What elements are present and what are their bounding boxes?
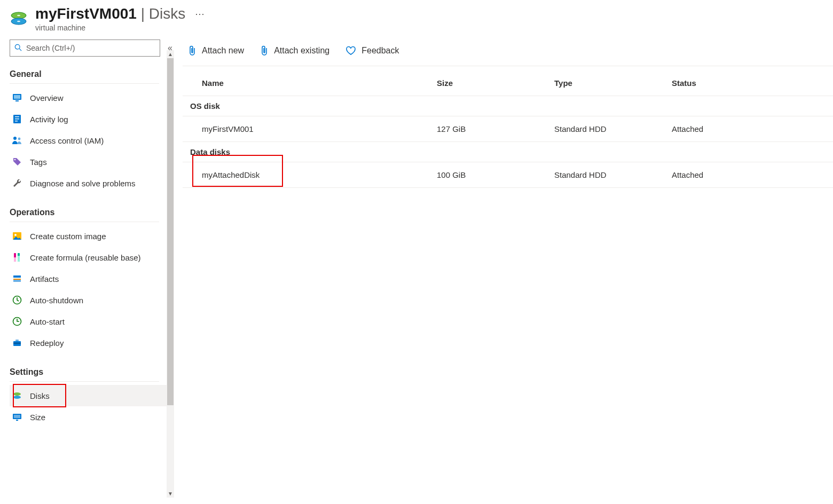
sidebar-item-tags[interactable]: Tags [10, 151, 167, 172]
svg-point-4 [17, 21, 20, 22]
col-status[interactable]: Status [672, 78, 833, 88]
search-input[interactable] [26, 44, 155, 52]
sidebar-item-auto-shutdown[interactable]: Auto-shutdown [10, 289, 167, 311]
cell-type: Standard HDD [554, 170, 672, 179]
search-icon [14, 44, 22, 53]
svg-point-17 [14, 159, 16, 161]
sidebar-item-disks[interactable]: Disks [10, 385, 167, 406]
clock-outline-icon [12, 317, 22, 326]
resource-name: myFirstVM001 [35, 5, 137, 22]
people-icon [12, 136, 22, 145]
cell-name: myAttachedDisk [202, 170, 437, 179]
cell-name: myFirstVM001 [202, 124, 437, 133]
table-group-data-disks: Data disks [183, 142, 833, 162]
svg-point-15 [13, 137, 17, 140]
log-icon [12, 114, 22, 124]
resource-type-label: virtual machine [35, 23, 207, 32]
sidebar-item-label: Auto-shutdown [30, 296, 83, 305]
svg-rect-30 [15, 340, 19, 341]
more-actions-button[interactable]: ⋯ [193, 8, 207, 20]
scrollbar-thumb[interactable] [167, 58, 174, 405]
sidebar-item-redeploy[interactable]: Redeploy [10, 332, 167, 353]
sidebar-item-label: Artifacts [30, 274, 59, 284]
scroll-down-icon[interactable]: ▼ [168, 490, 173, 498]
disk-stack-icon [12, 391, 22, 400]
sidebar: « General Overview Activity log Access c… [0, 35, 174, 498]
page-title: myFirstVM001 | Disks [35, 5, 185, 22]
artifacts-icon [12, 274, 22, 284]
image-icon [12, 231, 22, 241]
disks-table: Name Size Type Status OS disk myFirstVM0… [183, 70, 833, 188]
svg-point-33 [13, 396, 21, 399]
svg-rect-24 [13, 275, 21, 278]
svg-rect-35 [14, 415, 20, 418]
main-content: Attach new Attach existing Feedback Name… [174, 35, 833, 498]
svg-rect-26 [13, 279, 21, 280]
svg-point-19 [14, 234, 17, 236]
resource-disk-icon [10, 10, 28, 28]
svg-rect-23 [18, 256, 20, 262]
svg-line-7 [19, 49, 21, 51]
table-row[interactable]: myFirstVM001 127 GiB Standard HDD Attach… [183, 116, 833, 142]
svg-rect-9 [14, 95, 20, 99]
svg-rect-31 [13, 343, 21, 343]
wrench-icon [12, 178, 22, 188]
toolbar-label: Attach new [202, 46, 244, 56]
cell-size: 100 GiB [437, 170, 554, 179]
sidebar-item-access-control[interactable]: Access control (IAM) [10, 130, 167, 151]
cell-status: Attached [672, 124, 833, 133]
tag-icon [12, 157, 22, 167]
sidebar-item-label: Activity log [30, 115, 68, 124]
table-header: Name Size Type Status [183, 70, 833, 96]
svg-rect-29 [13, 341, 21, 346]
sidebar-item-label: Create custom image [30, 232, 106, 241]
svg-rect-13 [15, 119, 19, 119]
sidebar-item-overview[interactable]: Overview [10, 87, 167, 108]
svg-point-16 [18, 138, 21, 140]
page-header: myFirstVM001 | Disks ⋯ virtual machine [0, 0, 833, 35]
monitor-icon [12, 93, 22, 103]
cell-size: 127 GiB [437, 124, 554, 133]
sidebar-scrollbar[interactable]: ▲ ▼ [167, 50, 174, 498]
clock-icon [12, 295, 22, 305]
paperclip-icon [188, 45, 197, 56]
sidebar-item-activity-log[interactable]: Activity log [10, 108, 167, 130]
sidebar-item-label: Tags [30, 158, 47, 167]
sidebar-item-create-formula[interactable]: Create formula (reusable base) [10, 247, 167, 268]
sidebar-item-label: Redeploy [30, 338, 64, 348]
sidebar-item-artifacts[interactable]: Artifacts [10, 268, 167, 289]
heart-icon [345, 46, 356, 56]
svg-rect-14 [15, 121, 18, 121]
svg-rect-36 [16, 420, 18, 421]
sidebar-item-label: Size [30, 413, 45, 422]
sidebar-search[interactable] [10, 40, 160, 57]
toolbox-icon [12, 338, 22, 348]
paperclip-icon [260, 45, 269, 56]
sidebar-item-create-custom-image[interactable]: Create custom image [10, 225, 167, 247]
svg-point-32 [13, 392, 21, 396]
toolbar-label: Attach existing [274, 46, 329, 56]
cell-status: Attached [672, 170, 833, 179]
col-size[interactable]: Size [437, 78, 554, 88]
table-row[interactable]: myAttachedDisk 100 GiB Standard HDD Atta… [183, 162, 833, 188]
svg-rect-10 [15, 100, 19, 101]
flask-icon [12, 253, 22, 262]
sidebar-item-label: Diagnose and solve problems [30, 179, 136, 188]
scroll-up-icon[interactable]: ▲ [168, 50, 173, 58]
page-section: Disks [149, 5, 185, 22]
col-name[interactable]: Name [202, 78, 437, 88]
sidebar-section-general: General [10, 66, 159, 84]
sidebar-item-label: Access control (IAM) [30, 136, 104, 145]
feedback-button[interactable]: Feedback [345, 46, 399, 56]
sidebar-item-size[interactable]: Size [10, 406, 167, 428]
sidebar-item-diagnose[interactable]: Diagnose and solve problems [10, 172, 167, 194]
sidebar-item-auto-start[interactable]: Auto-start [10, 311, 167, 332]
attach-existing-button[interactable]: Attach existing [260, 45, 329, 56]
sidebar-item-label: Create formula (reusable base) [30, 253, 141, 262]
attach-new-button[interactable]: Attach new [188, 45, 244, 56]
toolbar-label: Feedback [362, 46, 399, 56]
col-type[interactable]: Type [554, 78, 672, 88]
cell-type: Standard HDD [554, 124, 672, 133]
toolbar: Attach new Attach existing Feedback [183, 35, 833, 66]
svg-point-5 [17, 15, 20, 17]
